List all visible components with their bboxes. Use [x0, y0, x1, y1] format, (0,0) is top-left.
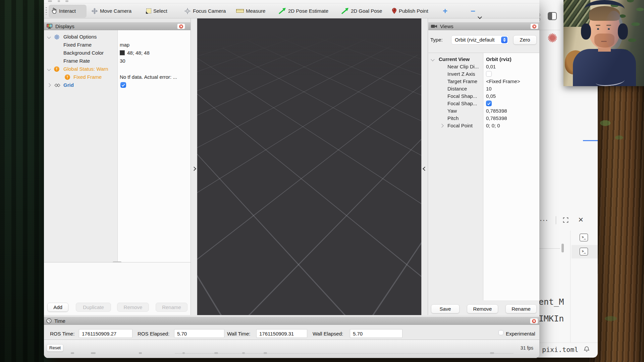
tree-value[interactable]: 0,01	[486, 63, 496, 70]
tree-value[interactable]: 48; 48; 48	[127, 49, 150, 57]
chevron-right-icon[interactable]	[440, 124, 443, 127]
left-panel-collapse-handle[interactable]	[191, 18, 197, 315]
view-row-focal-shape-size[interactable]: Focal Shap... 0,05	[428, 93, 539, 100]
asterisk-icon[interactable]	[547, 33, 558, 43]
view-row-invert-z[interactable]: Invert Z Axis	[428, 70, 539, 78]
view-type-dropdown[interactable]: Orbit (rviz_default	[451, 35, 509, 45]
bell-icon[interactable]	[583, 346, 590, 353]
scrollbar-thumb[interactable]	[561, 244, 564, 252]
terminal-icon[interactable]: >_	[580, 234, 588, 241]
remove-display-button[interactable]: Remove	[117, 303, 149, 312]
ros-elapsed-field[interactable]	[174, 329, 224, 338]
divider	[538, 248, 560, 249]
toolbar-overflow-chevron-down-icon[interactable]	[478, 15, 482, 19]
status-filename[interactable]: pixi.toml	[542, 346, 578, 354]
close-icon[interactable]: ×	[578, 216, 583, 223]
collapse-right-icon[interactable]	[423, 167, 427, 171]
warning-icon: !	[54, 66, 59, 72]
tool-interact[interactable]: Interact	[51, 3, 76, 18]
more-actions-icon[interactable]: ···	[540, 217, 549, 224]
experimental-checkbox[interactable]	[498, 330, 503, 335]
save-view-button[interactable]: Save	[431, 304, 460, 313]
tree-row-frame-rate[interactable]: Frame Rate 30	[44, 57, 191, 65]
tool-2d-pose-estimate[interactable]: 2D Pose Estimate	[279, 3, 328, 18]
ruler-icon	[236, 9, 244, 13]
view-row-yaw[interactable]: Yaw 0,785398	[428, 107, 539, 115]
divider	[533, 343, 598, 343]
view-type-value: Orbit (rviz_default	[455, 37, 494, 43]
experimental-label: Experimental	[506, 331, 535, 337]
view-row-near-clip[interactable]: Near Clip Di... 0,01	[428, 63, 539, 70]
collapse-left-icon[interactable]	[192, 167, 196, 171]
close-icon[interactable]	[177, 23, 185, 29]
color-swatch[interactable]	[120, 50, 125, 55]
divider	[556, 216, 556, 224]
reset-button[interactable]: Reset	[47, 344, 63, 352]
tool-move-camera[interactable]: Move Camera	[91, 3, 131, 18]
remove-view-button[interactable]: Remove	[467, 304, 498, 313]
close-icon[interactable]	[530, 23, 538, 29]
tool-select[interactable]: Select	[146, 3, 167, 18]
tree-row-background-color[interactable]: Background Color 48; 48; 48	[44, 49, 191, 57]
tree-value[interactable]: 10	[486, 85, 492, 93]
tree-row-global-options[interactable]: Global Options	[44, 33, 191, 41]
tool-label: Select	[153, 8, 167, 14]
chevron-down-icon[interactable]	[47, 35, 51, 39]
tree-value: Orbit (rviz)	[486, 56, 512, 63]
wall-time-field[interactable]	[256, 329, 307, 338]
tree-label: Fixed Frame	[63, 41, 92, 49]
tree-value[interactable]: 30	[120, 57, 125, 65]
view-row-distance[interactable]: Distance 10	[428, 85, 539, 93]
time-panel-header[interactable]: Time	[44, 317, 539, 325]
tree-label: Invert Z Axis	[447, 70, 475, 78]
tool-label: Publish Point	[399, 8, 428, 14]
remove-tool-button[interactable]: −	[471, 3, 475, 18]
chevron-down-icon[interactable]	[431, 57, 434, 61]
tree-row-grid[interactable]: Grid	[44, 81, 191, 89]
expand-icon[interactable]	[563, 217, 569, 223]
chevron-right-icon[interactable]	[47, 83, 51, 87]
sidebar-toggle-icon[interactable]	[548, 12, 557, 20]
tree-value[interactable]: 0,05	[486, 93, 496, 100]
tree-row-fixed-frame[interactable]: Fixed Frame map	[44, 41, 191, 49]
view-row-target-frame[interactable]: Target Frame <Fixed Frame>	[428, 78, 539, 85]
tree-label: Grid	[63, 81, 74, 89]
chevron-down-icon[interactable]	[47, 67, 51, 71]
tree-value[interactable]: 0,785398	[486, 115, 507, 122]
grid-enabled-checkbox[interactable]	[120, 82, 126, 88]
focal-shape-checkbox[interactable]	[486, 101, 492, 106]
rename-view-button[interactable]: Rename	[505, 304, 537, 313]
terminal-icon[interactable]: >_	[580, 248, 588, 255]
view-row-pitch[interactable]: Pitch 0,785398	[428, 115, 539, 122]
zero-button[interactable]: Zero	[513, 35, 537, 45]
ros-time-field[interactable]	[79, 329, 132, 338]
tree-row-global-status[interactable]: ! Global Status: Warn	[44, 65, 191, 73]
view-row-current-view[interactable]: Current View Orbit (rviz)	[428, 56, 539, 63]
tree-label: Distance	[447, 85, 467, 93]
duplicate-display-button[interactable]: Duplicate	[76, 303, 111, 312]
wall-elapsed-field[interactable]	[350, 329, 402, 338]
tool-publish-point[interactable]: Publish Point	[392, 3, 428, 18]
crosshair-icon	[184, 8, 191, 14]
add-display-button[interactable]: Add	[47, 303, 68, 312]
tree-value[interactable]: <Fixed Frame>	[486, 78, 520, 85]
rename-display-button[interactable]: Rename	[156, 303, 187, 312]
invert-z-checkbox[interactable]	[486, 71, 492, 77]
add-tool-button[interactable]: +	[443, 3, 447, 18]
right-panel-collapse-handle[interactable]	[421, 18, 428, 315]
views-panel-header[interactable]: Views	[428, 22, 539, 30]
close-icon[interactable]	[530, 318, 538, 324]
displays-panel-header[interactable]: Displays	[44, 22, 191, 30]
tree-value[interactable]: 0,785398	[486, 107, 507, 115]
tool-focus-camera[interactable]: Focus Camera	[184, 3, 226, 18]
view-row-focal-shape-fixed[interactable]: Focal Shap...	[428, 100, 539, 107]
tree-value[interactable]: 0; 0; 0	[486, 122, 500, 129]
view-row-focal-point[interactable]: Focal Point 0; 0; 0	[428, 122, 539, 129]
tree-value[interactable]: map	[120, 41, 129, 49]
3d-viewport[interactable]	[197, 18, 421, 315]
tool-label: Focus Camera	[193, 8, 226, 14]
tool-measure[interactable]: Measure	[236, 3, 265, 18]
tool-2d-goal-pose[interactable]: 2D Goal Pose	[341, 3, 382, 18]
tree-row-fixed-frame-warning[interactable]: ! Fixed Frame No tf data. Actual error: …	[44, 73, 191, 81]
toolbar-drag-handle[interactable]	[46, 7, 47, 15]
